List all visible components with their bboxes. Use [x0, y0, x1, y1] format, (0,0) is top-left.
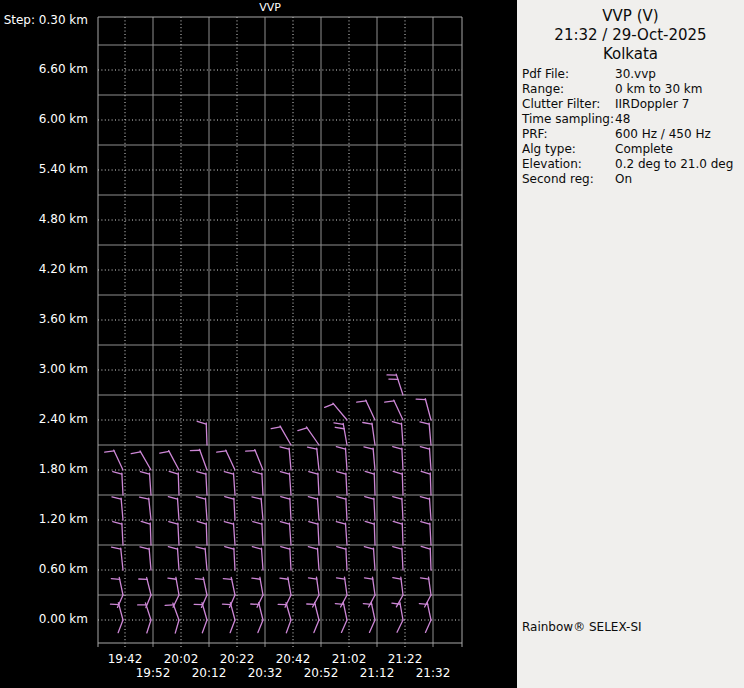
- info-field-label: Alg type:: [522, 142, 615, 157]
- info-field-value: 600 Hz / 450 Hz: [615, 127, 742, 142]
- x-axis-label: 21:32: [410, 666, 456, 680]
- wind-profile-chart-region: VVP Step: 0.30 km 6.60 km6.00 km5.40 km4…: [0, 0, 517, 688]
- info-panel: VVP (V) 21:32 / 29-Oct-2025 Kolkata Pdf …: [517, 0, 744, 688]
- info-field-value: 0 km to 30 km: [615, 82, 742, 97]
- info-field-row: Clutter Filter:IIRDoppler 7: [522, 97, 742, 112]
- x-axis-label: 21:12: [354, 666, 400, 680]
- x-axis-label: 20:02: [158, 652, 204, 666]
- info-field-value: On: [615, 172, 742, 187]
- info-field-row: Alg type:Complete: [522, 142, 742, 157]
- info-field-value: 48: [615, 112, 742, 127]
- y-axis-step-label: Step: 0.30 km: [0, 13, 88, 27]
- wind-barbs: [105, 374, 431, 633]
- info-field-value: IIRDoppler 7: [615, 97, 742, 112]
- vvp-application-window: { "panel": { "title": "VVP (V)", "dateti…: [0, 0, 744, 688]
- y-axis-label: 4.80 km: [0, 212, 88, 226]
- y-axis-label: 4.20 km: [0, 262, 88, 276]
- y-axis-label: 0.00 km: [0, 612, 88, 626]
- panel-header: VVP (V) 21:32 / 29-Oct-2025 Kolkata: [517, 7, 744, 64]
- x-axis-label: 20:12: [186, 666, 232, 680]
- y-axis-label: 2.40 km: [0, 412, 88, 426]
- brand-label: Rainbow® SELEX-SI: [522, 620, 642, 634]
- y-axis-label: 1.80 km: [0, 462, 88, 476]
- y-axis-label: 3.60 km: [0, 312, 88, 326]
- y-axis-label: 6.60 km: [0, 62, 88, 76]
- x-axis-label: 19:52: [130, 666, 176, 680]
- info-field-row: Range:0 km to 30 km: [522, 82, 742, 97]
- info-field-label: Clutter Filter:: [522, 97, 615, 112]
- y-axis-label: 6.00 km: [0, 112, 88, 126]
- y-axis-label: 1.20 km: [0, 512, 88, 526]
- info-field-row: PRF:600 Hz / 450 Hz: [522, 127, 742, 142]
- x-axis-label: 21:22: [382, 652, 428, 666]
- info-field-label: PRF:: [522, 127, 615, 142]
- info-field-label: Elevation:: [522, 157, 615, 172]
- x-axis-label: 21:02: [326, 652, 372, 666]
- panel-title: VVP (V): [517, 7, 744, 26]
- info-field-row: Second reg:On: [522, 172, 742, 187]
- info-field-row: Time sampling:48: [522, 112, 742, 127]
- info-field-label: Range:: [522, 82, 615, 97]
- panel-datetime: 21:32 / 29-Oct-2025: [517, 26, 744, 45]
- info-field-label: Pdf File:: [522, 67, 615, 82]
- y-axis-label: 5.40 km: [0, 162, 88, 176]
- y-axis-label: 0.60 km: [0, 562, 88, 576]
- info-field-row: Elevation:0.2 deg to 21.0 deg: [522, 157, 742, 172]
- panel-fields: Pdf File:30.vvpRange:0 km to 30 kmClutte…: [522, 67, 742, 187]
- x-axis-label: 19:42: [102, 652, 148, 666]
- y-axis-label: 3.00 km: [0, 362, 88, 376]
- x-axis-label: 20:22: [214, 652, 260, 666]
- x-axis-label: 20:42: [270, 652, 316, 666]
- info-field-value: 0.2 deg to 21.0 deg: [615, 157, 742, 172]
- info-field-value: Complete: [615, 142, 742, 157]
- x-axis-label: 20:32: [242, 666, 288, 680]
- wind-barb-plot: [0, 0, 517, 688]
- info-field-row: Pdf File:30.vvp: [522, 67, 742, 82]
- info-field-label: Second reg:: [522, 172, 615, 187]
- info-field-value: 30.vvp: [615, 67, 742, 82]
- panel-site: Kolkata: [517, 45, 744, 64]
- x-axis-label: 20:52: [298, 666, 344, 680]
- info-field-label: Time sampling:: [522, 112, 615, 127]
